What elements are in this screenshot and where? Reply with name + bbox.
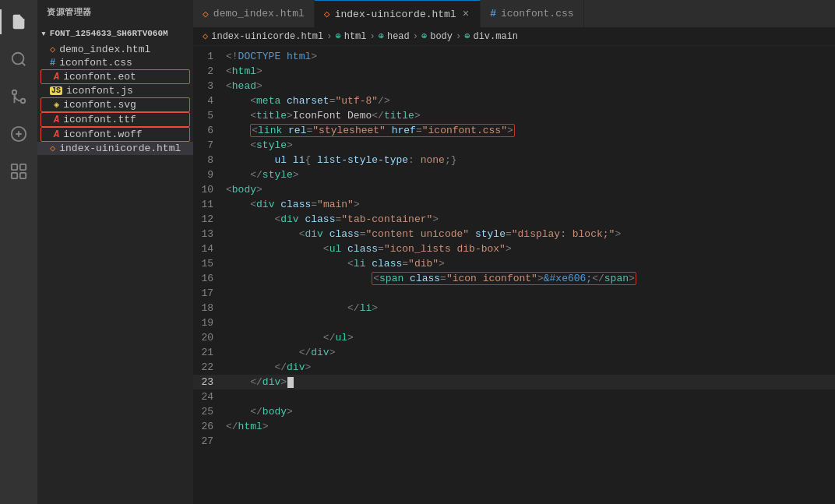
- js-icon: JS: [50, 86, 62, 95]
- tab-label-1: demo_index.html: [213, 8, 305, 19]
- tab-demo-index[interactable]: ◇ demo_index.html: [193, 0, 315, 27]
- line-num: 20: [193, 330, 226, 345]
- line-content: [226, 315, 835, 330]
- line-num: 5: [193, 108, 226, 123]
- code-line: 1 <!DOCTYPE html>: [193, 49, 835, 64]
- folder-name: FONT_1254633_SH6RTV060M: [50, 29, 168, 38]
- code-line: 18 </li>: [193, 301, 835, 315]
- bc-sep1: ›: [326, 31, 332, 42]
- line-num: 11: [193, 197, 226, 212]
- line-num: 6: [193, 123, 226, 138]
- css-icon: #: [50, 58, 55, 69]
- file-item-iconfont-css[interactable]: # iconfont.css: [37, 56, 193, 69]
- code-line: 20 </ul>: [193, 330, 835, 345]
- line-content: </div>: [226, 375, 835, 389]
- bc-head-icon: ⊕: [379, 30, 384, 42]
- activity-debug[interactable]: [0, 115, 37, 153]
- file-label: index-uinicorde.html: [59, 143, 181, 154]
- code-line: 7 <style>: [193, 138, 835, 153]
- code-line: 5 <title>IconFont Demo</title>: [193, 108, 835, 123]
- code-line: 2 <html>: [193, 64, 835, 79]
- activity-files[interactable]: [0, 3, 37, 41]
- file-item-iconfont-woff[interactable]: A iconfont.woff: [41, 127, 190, 142]
- sidebar: 资源管理器 ▾ FONT_1254633_SH6RTV060M ◇ demo_i…: [37, 0, 193, 504]
- line-content: </div>: [226, 345, 835, 360]
- line-content: <li class="dib">: [226, 256, 835, 271]
- line-content: <div class="content unicode" style="disp…: [226, 227, 835, 241]
- activity-bar: [0, 0, 37, 504]
- html2-icon: ◇: [50, 143, 55, 154]
- line-content: <link rel="stylesheet" href="iconfont.cs…: [226, 123, 835, 138]
- eot-icon: A: [54, 72, 59, 83]
- file-item-iconfont-js[interactable]: JS iconfont.js: [37, 84, 193, 97]
- tab-close-button[interactable]: ×: [461, 8, 470, 20]
- tab-css-icon: #: [490, 8, 496, 19]
- bc-html-tag-icon: ⊕: [335, 30, 340, 42]
- line-num: 3: [193, 79, 226, 93]
- file-item-iconfont-eot[interactable]: A iconfont.eot: [41, 69, 190, 84]
- line-num: 10: [193, 182, 226, 197]
- line-content: <div class="tab-container">: [226, 212, 835, 227]
- line-num: 1: [193, 49, 226, 64]
- code-line: 14 <ul class="icon_lists dib-box">: [193, 241, 835, 256]
- bc-filename: index-uinicorde.html: [211, 31, 323, 42]
- code-line-16: 16 <span class="icon iconfont">&#xe606;<…: [193, 271, 835, 286]
- code-editor[interactable]: 1 <!DOCTYPE html> 2 <html> 3 <head> 4 <m…: [193, 46, 835, 504]
- code-line: 22 </div>: [193, 360, 835, 375]
- code-line: 10 <body>: [193, 182, 835, 197]
- line-content: </body>: [226, 404, 835, 419]
- file-label: demo_index.html: [59, 44, 150, 55]
- line-num: 25: [193, 404, 226, 419]
- line-content: <span class="icon iconfont">&#xe606;</sp…: [226, 271, 835, 286]
- svg-point-2: [21, 99, 26, 104]
- line-content: </div>: [226, 360, 835, 375]
- code-line: 4 <meta charset="utf-8"/>: [193, 93, 835, 108]
- file-item-iconfont-svg[interactable]: ◈ iconfont.svg: [41, 97, 190, 112]
- line-content: <head>: [226, 79, 835, 93]
- tab-label-2: index-uinicorde.html: [335, 9, 456, 20]
- svg-rect-6: [20, 164, 26, 170]
- file-label: iconfont.woff: [63, 129, 142, 140]
- line-content: </li>: [226, 301, 835, 315]
- bc-sep3: ›: [413, 31, 418, 42]
- tab-label-3: iconfont.css: [501, 8, 574, 19]
- code-line: 19: [193, 315, 835, 330]
- bc-div-main: div.main: [473, 31, 518, 42]
- folder-chevron: ▾: [41, 27, 47, 40]
- activity-extensions[interactable]: [0, 153, 37, 190]
- code-line: 24: [193, 389, 835, 404]
- line-num: 17: [193, 286, 226, 301]
- file-label: iconfont.js: [66, 85, 133, 97]
- code-line: 11 <div class="main">: [193, 197, 835, 212]
- activity-git[interactable]: [0, 78, 37, 115]
- tab-index-uicode[interactable]: ◇ index-uinicorde.html ×: [315, 0, 481, 27]
- code-line: 13 <div class="content unicode" style="d…: [193, 227, 835, 241]
- code-line: 9 </style>: [193, 167, 835, 182]
- svg-rect-8: [20, 173, 26, 178]
- code-line: 21 </div>: [193, 345, 835, 360]
- svg-rect-7: [12, 173, 17, 178]
- code-line: 25 </body>: [193, 404, 835, 419]
- code-line: 12 <div class="tab-container">: [193, 212, 835, 227]
- activity-search[interactable]: [0, 41, 37, 78]
- folder-header[interactable]: ▾ FONT_1254633_SH6RTV060M: [37, 24, 193, 43]
- line-num: 21: [193, 345, 226, 360]
- line-num: 26: [193, 419, 226, 434]
- line-num: 9: [193, 167, 226, 182]
- tabs-bar: ◇ demo_index.html ◇ index-uinicorde.html…: [193, 0, 835, 27]
- ttf-icon: A: [54, 115, 59, 125]
- file-item-demo-index[interactable]: ◇ demo_index.html: [37, 43, 193, 56]
- file-label: iconfont.eot: [63, 71, 136, 83]
- file-label: iconfont.ttf: [63, 114, 136, 125]
- svg-rect-5: [12, 164, 17, 170]
- line-content: <title>IconFont Demo</title>: [226, 108, 835, 123]
- file-tree: ◇ demo_index.html # iconfont.css A iconf…: [37, 43, 193, 504]
- line-num: 2: [193, 64, 226, 79]
- tab-iconfont-css[interactable]: # iconfont.css: [481, 0, 583, 27]
- file-item-index-uicode[interactable]: ◇ index-uinicorde.html: [37, 142, 193, 155]
- tab-html-icon-2: ◇: [324, 8, 330, 20]
- sidebar-title: 资源管理器: [37, 0, 193, 24]
- line-content: </ul>: [226, 330, 835, 345]
- bc-head: head: [387, 31, 410, 42]
- file-item-iconfont-ttf[interactable]: A iconfont.ttf: [41, 112, 190, 127]
